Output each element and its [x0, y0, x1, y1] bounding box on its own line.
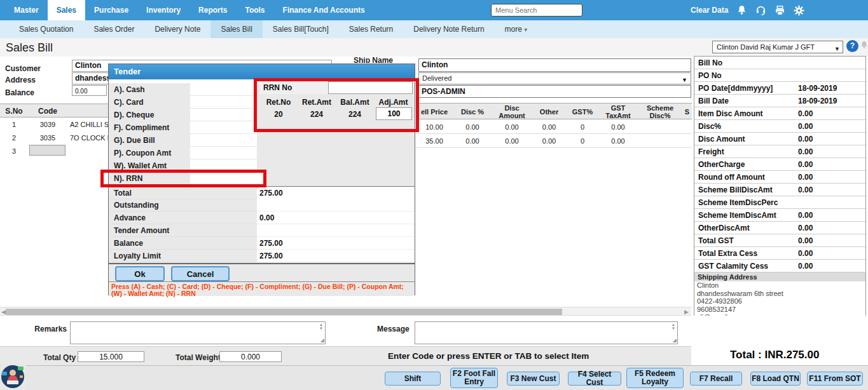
rrn-no-input[interactable] [328, 81, 413, 94]
panel-row-po-date[interactable]: PO Date[ddmmyyyy]18-09-2019 [694, 82, 865, 95]
tender-dialog-title[interactable]: Tender [109, 64, 415, 79]
menu-inventory[interactable]: Inventory [137, 0, 189, 20]
f2-foot-fall-button[interactable]: F2 Foot Fall Entry [450, 368, 498, 388]
tender-advance-row: Advance0.00 [109, 212, 415, 224]
cancel-button[interactable]: Cancel [171, 266, 230, 281]
option-value-field[interactable] [190, 83, 257, 96]
col-gst-taxamt: GST TaxAmt [598, 104, 638, 120]
menu-tools[interactable]: Tools [236, 0, 273, 20]
tender-option-cash[interactable]: A). Cash [109, 83, 266, 96]
tab-delivery-note-return[interactable]: Delivery Note Return [403, 20, 494, 38]
settings-gear-icon[interactable] [794, 5, 804, 16]
shift-button[interactable]: Shift [385, 372, 441, 386]
delivery-status-value: Delivered [422, 74, 451, 82]
remarks-textarea[interactable]: ▲▼ ◢ [70, 321, 326, 344]
tab-sales-bill-touch[interactable]: Sales Bill[Touch] [263, 20, 339, 38]
option-value-field[interactable] [190, 109, 257, 121]
resize-grip-icon[interactable]: ◢ [673, 337, 677, 343]
panel-row-po-no[interactable]: PO No [694, 69, 865, 82]
tender-option-due-bill[interactable]: G). Due Bill [109, 134, 266, 147]
f7-recall-button[interactable]: F7 Recall [690, 372, 742, 386]
total-qty-value[interactable]: 15.000 [78, 351, 144, 362]
menu-sales[interactable]: Sales [48, 0, 85, 20]
tender-option-card[interactable]: C). Card [109, 96, 266, 109]
total-weight-value[interactable]: 0.000 [219, 351, 282, 362]
ship-name-input[interactable]: Clinton [418, 58, 691, 72]
option-value-field[interactable] [190, 134, 257, 147]
tender-option-wallet[interactable]: W). Wallet Amt [109, 159, 266, 172]
panel-row-total-gst[interactable]: Total GST0.00 [694, 234, 865, 247]
menu-purchase[interactable]: Purchase [85, 0, 137, 20]
option-value-field[interactable] [190, 159, 257, 172]
menu-finance-accounts[interactable]: Finance And Accounts [274, 0, 374, 20]
shipping-line: 0422-4932806 [694, 297, 865, 306]
panel-row-otherdiscamt[interactable]: OtherDiscAmt0.00 [694, 222, 865, 234]
spinner-icons[interactable]: ▲▼ [318, 323, 324, 330]
panel-row-other-charge[interactable]: OtherCharge0.00 [694, 158, 865, 171]
f5-redeem-loyalty-button[interactable]: F5 Redeem Loyalty [626, 368, 684, 388]
menu-reports[interactable]: Reports [189, 0, 236, 20]
panel-row-extra-cess[interactable]: Total Extra Cess0.00 [694, 247, 865, 260]
customer-select-dropdown[interactable]: Clinton David Raj Kumar J GFT ▼ [712, 41, 843, 53]
notification-bell-icon[interactable] [860, 41, 868, 50]
message-textarea[interactable]: ▲▼ ◢ [415, 321, 678, 344]
tab-sales-bill[interactable]: Sales Bill [210, 20, 262, 38]
chevron-down-icon: ▼ [834, 43, 840, 53]
menu-master[interactable]: Master [5, 0, 48, 20]
option-value-field[interactable] [190, 172, 266, 185]
f3-new-cust-button[interactable]: F3 New Cust [507, 372, 560, 386]
tender-option-rrn[interactable]: N). RRN [109, 172, 266, 185]
tender-option-cheque[interactable]: D). Cheque [109, 109, 266, 121]
panel-row-disc-amount[interactable]: Disc Amount0.00 [694, 133, 865, 145]
spinner-icons[interactable]: ▲▼ [670, 323, 677, 330]
tender-shortcut-help-text: Press (A) - Cash; (C) - Card; (D) - Cheq… [109, 283, 415, 296]
scrollbar-thumb[interactable] [6, 309, 562, 315]
panel-row-freight[interactable]: Freight0.00 [694, 145, 865, 158]
panel-row-round-off[interactable]: Round off Amount0.00 [694, 171, 865, 184]
f8-load-qtn-button[interactable]: F8 Load QTN [750, 372, 801, 386]
f4-select-cust-button[interactable]: F4 Select Cust [568, 372, 621, 386]
panel-row-scheme-billdisc[interactable]: Scheme BillDiscAmt0.00 [694, 184, 865, 196]
r2-discamt: 0.00 [492, 134, 532, 148]
bell-icon[interactable] [736, 5, 747, 16]
row2-code: 3035 [28, 134, 67, 142]
r1-discamt: 0.00 [492, 120, 532, 134]
row3-code-input[interactable] [29, 145, 65, 156]
panel-row-disc-pct[interactable]: Disc%0.00 [694, 120, 865, 133]
support-headset-icon[interactable] [755, 5, 766, 16]
printer-icon[interactable] [775, 5, 785, 16]
option-value-field[interactable] [190, 96, 257, 109]
option-value-field[interactable] [190, 147, 257, 159]
tab-sales-return[interactable]: Sales Return [339, 20, 403, 38]
top-menu-bar: Master Sales Purchase Inventory Reports … [0, 0, 868, 20]
price-row-2[interactable]: 35.00 0.00 0.00 0.00 0 0.00 [416, 134, 692, 148]
tender-option-compliment[interactable]: F). Compliment [109, 121, 266, 134]
tender-option-coupon[interactable]: P). Coupon Amt [109, 147, 266, 159]
scroll-right-icon[interactable]: ▶ [684, 309, 689, 315]
panel-row-scheme-itemdiscperc[interactable]: Scheme ItemDiscPerc [694, 196, 865, 209]
panel-row-calamity-cess[interactable]: GST Calamity Cess0.00 [694, 260, 865, 272]
option-value-field[interactable] [190, 121, 257, 134]
total-weight-label: Total Weight [176, 353, 221, 362]
tab-sales-order[interactable]: Sales Order [83, 20, 144, 38]
f11-from-sot-button[interactable]: F11 From SOT [807, 372, 863, 386]
panel-row-bill-no[interactable]: Bill No [694, 57, 865, 69]
panel-row-scheme-itemdiscamt[interactable]: Scheme ItemDiscAmt0.00 [694, 209, 865, 222]
menu-search-input[interactable] [491, 4, 582, 17]
panel-row-bill-date[interactable]: Bill Date18-09-2019 [694, 95, 865, 107]
grand-total: Total : INR.275.00 [730, 349, 819, 361]
scroll-left-icon[interactable]: ◀ [1, 309, 6, 315]
rrn-adj-amt-input[interactable] [376, 107, 412, 120]
delivery-status-dropdown[interactable]: Delivered ▼ [418, 72, 691, 84]
help-button[interactable]: ? [846, 40, 858, 52]
support-chat-avatar[interactable] [1, 364, 26, 389]
panel-row-item-disc[interactable]: Item Disc Amount0.00 [694, 107, 865, 120]
tab-more[interactable]: more ▾ [495, 20, 538, 38]
price-row-1[interactable]: 10.00 0.00 0.00 0.00 0 0.00 [416, 120, 692, 134]
ok-button[interactable]: Ok [115, 266, 165, 281]
resize-grip-icon[interactable]: ◢ [320, 337, 324, 343]
horizontal-scrollbar[interactable]: ◀ ▶ [0, 307, 691, 316]
tab-sales-quotation[interactable]: Sales Quotation [9, 20, 83, 38]
tab-delivery-note[interactable]: Delivery Note [144, 20, 210, 38]
clear-data-button[interactable]: Clear Data [691, 6, 728, 15]
